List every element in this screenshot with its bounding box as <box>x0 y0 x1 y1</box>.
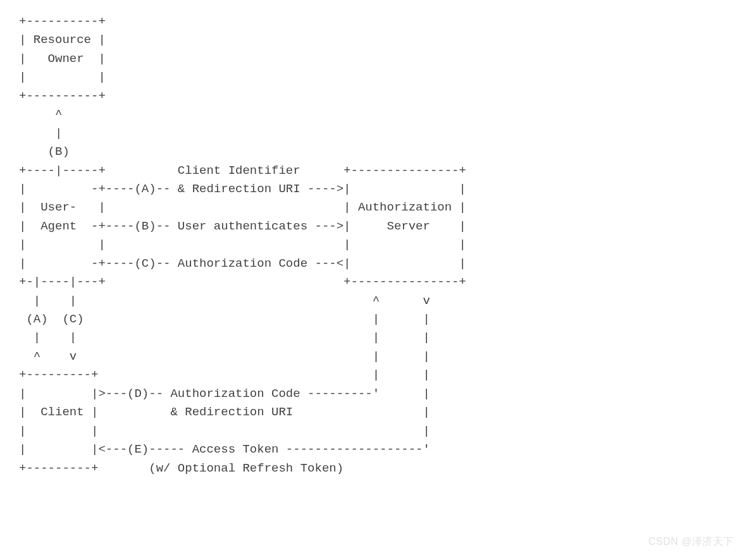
oauth-flow-diagram: +----------+ | Resource | | Owner | | | … <box>19 13 730 478</box>
watermark-text: CSDN @泽济天下 <box>648 534 734 550</box>
